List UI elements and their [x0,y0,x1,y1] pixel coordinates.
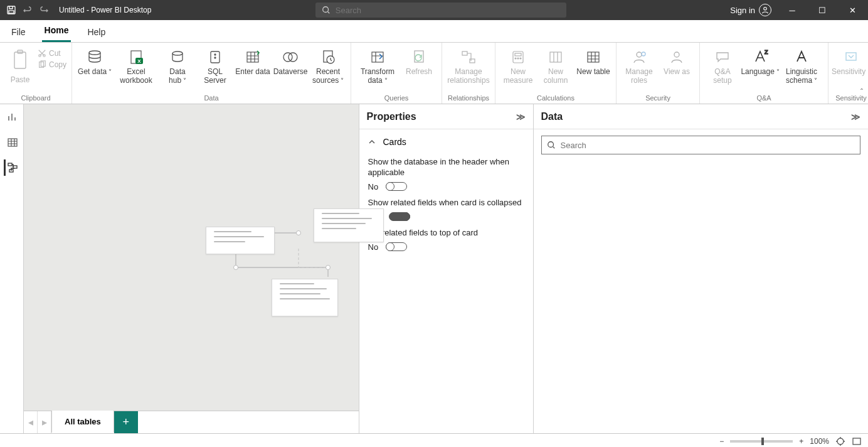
add-layout-button[interactable]: + [114,411,138,433]
linguistic-schema-button[interactable]: Linguistic schema [780,45,823,85]
data-view-button[interactable] [4,134,20,151]
fields-search[interactable] [541,136,861,154]
table-card[interactable] [314,208,384,242]
relationship-joint[interactable] [296,230,301,235]
fit-to-page-button[interactable] [835,436,845,446]
relationship-joint[interactable] [233,265,238,270]
chevron-up-icon [368,138,376,146]
undo-icon[interactable] [23,5,33,15]
new-measure-button: New measure [500,45,536,85]
zoom-out-button[interactable]: − [719,437,724,446]
tab-home[interactable]: Home [42,20,71,42]
relationship-joint[interactable] [326,265,331,270]
transform-data-button[interactable]: Transform data [356,45,399,85]
collapse-data-button[interactable]: ≫ [851,112,860,122]
show-db-label: Show the database in the header when app… [368,157,524,178]
data-pane: Data ≫ [533,104,869,433]
svg-point-45 [837,438,844,444]
refresh-button: Refresh [401,45,437,77]
data-pane-title: Data [541,111,563,122]
table-card[interactable] [272,279,338,316]
svg-rect-46 [853,438,860,444]
svg-point-3 [764,8,767,11]
group-security: Manage roles View as Security [617,43,700,104]
search-icon [322,6,331,14]
collapse-ribbon-button[interactable]: ˆ [860,88,863,97]
cut-button: Cut [38,49,66,58]
close-button[interactable]: ✕ [843,6,862,15]
window-title: Untitled - Power BI Desktop [55,6,151,14]
zoom-level: 100% [810,437,829,446]
svg-rect-32 [550,52,561,62]
global-search-input[interactable] [336,6,560,15]
properties-title: Properties [367,111,416,122]
new-table-button[interactable]: New table [576,45,611,77]
manage-relationships-button: Manage relationships [447,45,490,85]
fields-search-input[interactable] [561,141,855,150]
tab-prev-button[interactable]: ◂ [24,411,38,433]
svg-point-16 [214,54,216,55]
svg-point-20 [288,53,297,62]
tab-next-button[interactable]: ▸ [38,411,51,433]
zoom-in-button[interactable]: + [799,437,803,446]
svg-point-14 [172,51,183,55]
tab-help[interactable]: Help [85,22,108,42]
titlebar: Untitled - Power BI Desktop Sign in ─ ☐ … [0,0,868,20]
global-search[interactable] [315,3,566,18]
svg-rect-1 [9,11,14,13]
search-icon [547,141,556,149]
show-related-toggle[interactable] [389,212,410,221]
svg-point-19 [283,53,292,62]
svg-rect-41 [8,163,12,166]
table-card[interactable] [206,227,275,254]
minimize-button[interactable]: ─ [783,6,802,15]
zoom-slider[interactable] [730,440,793,443]
sql-server-button[interactable]: SQL Server [198,45,233,85]
user-icon [759,4,771,16]
sensitivity-button: Sensitivity [834,45,868,77]
svg-point-36 [674,52,679,57]
properties-pane: Properties ≫ Cards Show the database in … [359,104,533,433]
language-button[interactable]: ZLanguage [743,45,778,77]
group-calculations: New measure New column New table Calcula… [495,43,617,104]
excel-workbook-button[interactable]: XExcel workbook [115,45,157,85]
redo-icon[interactable] [39,5,49,15]
svg-rect-18 [247,52,258,62]
report-view-button[interactable] [4,109,20,126]
svg-point-29 [515,58,516,59]
group-relationships: Manage relationships Relationships [442,43,495,104]
maximize-button[interactable]: ☐ [813,6,832,15]
show-related-label: Show related fields when card is collaps… [368,198,524,208]
manage-roles-button: Manage roles [622,45,657,85]
svg-point-31 [520,58,521,59]
model-view-button[interactable] [4,159,20,176]
signin-button[interactable]: Sign in [730,4,771,16]
tab-file[interactable]: File [9,22,28,42]
model-canvas[interactable] [24,104,359,411]
svg-rect-26 [470,59,475,63]
show-db-toggle[interactable] [386,182,407,191]
all-tables-tab[interactable]: All tables [51,411,114,433]
pin-related-toggle[interactable] [386,242,407,251]
svg-rect-33 [588,52,599,62]
svg-rect-25 [462,51,467,55]
status-bar: − + 100% [0,433,868,447]
group-data: Get data XExcel workbook Data hub SQL Se… [72,43,351,104]
save-icon[interactable] [6,5,16,15]
pin-related-label: Pin related fields to top of card [368,228,524,239]
paste-button: Paste [5,45,35,84]
cards-section-toggle[interactable]: Cards [368,136,524,152]
recent-sources-button[interactable]: Recent sources [310,45,346,85]
collapse-properties-button[interactable]: ≫ [516,112,526,122]
dataverse-button[interactable]: Dataverse [273,45,308,77]
get-data-button[interactable]: Get data [77,45,112,77]
group-qa: Q&A setup ZLanguage Linguistic schema Q&… [700,43,828,104]
svg-rect-28 [515,53,521,56]
enter-data-button[interactable]: Enter data [235,45,270,77]
ribbon-tabs: File Home Help [0,20,868,43]
copy-button: Copy [38,60,66,69]
page-view-button[interactable] [852,436,862,446]
ribbon: Paste Cut Copy Clipboard Get data XExcel… [0,43,868,104]
view-as-button: View as [659,45,694,77]
data-hub-button[interactable]: Data hub [160,45,195,85]
